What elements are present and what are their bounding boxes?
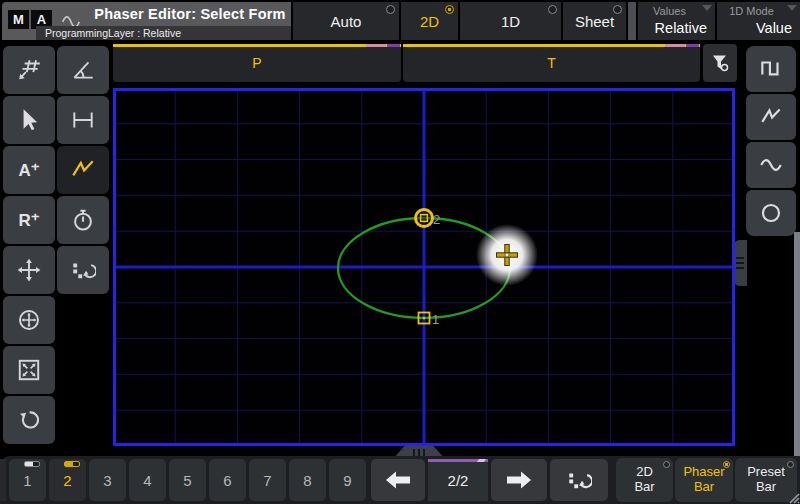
tab-1d-radio bbox=[548, 5, 557, 14]
segment-purple bbox=[387, 44, 400, 47]
circle-form-icon bbox=[757, 200, 785, 226]
absolute-plus-button[interactable]: A⁺ bbox=[3, 146, 55, 194]
attribute-header-t[interactable]: T bbox=[403, 44, 700, 82]
filter-button[interactable] bbox=[703, 44, 737, 82]
zigzag-wave-icon bbox=[757, 104, 785, 130]
pointer-button[interactable] bbox=[3, 96, 55, 144]
right-panel-handle[interactable] bbox=[733, 240, 747, 286]
phaser-bar-indicator bbox=[723, 461, 730, 468]
stopwatch-button[interactable] bbox=[57, 196, 109, 244]
page-button-7[interactable]: 7 bbox=[249, 459, 286, 501]
width-button[interactable] bbox=[57, 96, 109, 144]
grid-arrow-icon bbox=[16, 57, 42, 83]
1d-mode-dropdown[interactable]: 1D Mode Value bbox=[717, 2, 800, 40]
undo-button[interactable] bbox=[3, 396, 55, 444]
page-3-label: 3 bbox=[103, 472, 111, 489]
values-dropdown-label: Values bbox=[638, 5, 701, 17]
pointer-arrow-icon bbox=[16, 107, 42, 133]
grid-arrow-button[interactable] bbox=[3, 46, 55, 94]
page-next-button[interactable] bbox=[491, 459, 547, 501]
2d-bar-indicator bbox=[663, 461, 670, 468]
page-indicator[interactable]: 2/2 bbox=[428, 459, 488, 501]
step-marker-2[interactable]: 2 bbox=[416, 210, 441, 228]
arrow-left-icon bbox=[384, 469, 412, 491]
2d-bar-toggle[interactable]: 2D Bar bbox=[616, 458, 673, 502]
center-target-icon bbox=[16, 307, 42, 333]
preset-bar-indicator bbox=[787, 461, 794, 468]
tab-2d-label: 2D bbox=[420, 13, 439, 30]
page-9-label: 9 bbox=[343, 472, 351, 489]
move-button[interactable] bbox=[3, 246, 55, 294]
phaser-bar-label: Phaser Bar bbox=[683, 465, 724, 495]
segment-pink bbox=[366, 44, 386, 47]
center-target-button[interactable] bbox=[3, 296, 55, 344]
square-wave-icon bbox=[757, 56, 785, 82]
circle-form-button[interactable] bbox=[746, 190, 796, 236]
page-button-8[interactable]: 8 bbox=[289, 459, 326, 501]
preset-bar-label: Preset Bar bbox=[747, 465, 785, 495]
tab-2d[interactable]: 2D bbox=[401, 2, 458, 40]
page-button-3[interactable]: 3 bbox=[89, 459, 126, 501]
move-cross-icon bbox=[16, 257, 42, 283]
arrow-right-icon bbox=[505, 469, 533, 491]
page-6-label: 6 bbox=[223, 472, 231, 489]
phaser-2d-plot[interactable]: 2 1 bbox=[113, 88, 735, 446]
stopwatch-icon bbox=[70, 207, 96, 233]
page-1-label: 1 bbox=[23, 472, 31, 489]
page-button-5[interactable]: 5 bbox=[169, 459, 206, 501]
tab-1d-label: 1D bbox=[501, 13, 520, 30]
page-button-9[interactable]: 9 bbox=[329, 459, 366, 501]
phaser-bar-toggle[interactable]: Phaser Bar bbox=[675, 458, 733, 502]
phaser-2d-canvas[interactable]: 2 1 bbox=[113, 88, 735, 446]
ma-logo-letter-m: M bbox=[8, 10, 29, 29]
zigzag-form-button[interactable] bbox=[57, 146, 109, 194]
window-resize-grip[interactable] bbox=[784, 488, 800, 504]
segment-pink bbox=[665, 44, 685, 47]
tabbar-separator bbox=[628, 2, 636, 40]
attribute-header-t-label: T bbox=[547, 55, 556, 71]
tab-sheet-label: Sheet bbox=[575, 13, 614, 30]
tab-sheet-radio bbox=[613, 5, 622, 14]
steps-rotate-icon bbox=[566, 467, 592, 493]
tab-1d[interactable]: 1D bbox=[460, 2, 561, 40]
page-5-label: 5 bbox=[183, 472, 191, 489]
window-subtitle: ProgrammingLayer : Relative bbox=[36, 26, 291, 40]
page-button-1[interactable]: 1 bbox=[9, 459, 46, 501]
window-titlebar: MA Phaser Editor: Select Form Programmin… bbox=[2, 2, 291, 40]
attribute-header-p-label: P bbox=[252, 55, 261, 71]
1d-mode-dropdown-value: Value bbox=[717, 20, 792, 36]
relative-plus-button[interactable]: R⁺ bbox=[3, 196, 55, 244]
page-1-indicator bbox=[24, 461, 40, 467]
page-4-label: 4 bbox=[143, 472, 151, 489]
angle-button[interactable] bbox=[57, 46, 109, 94]
sine-wave-icon bbox=[757, 152, 785, 178]
tab-auto-radio bbox=[386, 5, 395, 14]
attribute-header-p[interactable]: P bbox=[113, 44, 401, 82]
page-button-2[interactable]: 2 bbox=[49, 459, 86, 501]
page-prev-button[interactable] bbox=[371, 459, 425, 501]
tab-auto[interactable]: Auto bbox=[293, 2, 399, 40]
steps-rotate-button[interactable] bbox=[57, 246, 109, 294]
absolute-plus-label: A⁺ bbox=[18, 160, 39, 181]
chevron-down-icon bbox=[787, 5, 797, 11]
page-button-6[interactable]: 6 bbox=[209, 459, 246, 501]
bottom-bar: 1 2 3 4 5 6 7 8 9 bbox=[0, 456, 800, 504]
tab-2d-radio bbox=[445, 5, 454, 14]
values-dropdown[interactable]: Values Relative bbox=[638, 2, 715, 40]
expand-button[interactable] bbox=[3, 346, 55, 394]
1d-mode-dropdown-label: 1D Mode bbox=[717, 5, 786, 17]
sine-wave-button[interactable] bbox=[746, 142, 796, 188]
chevron-down-icon bbox=[702, 5, 712, 11]
page-2-indicator bbox=[64, 461, 80, 467]
expand-icon bbox=[16, 357, 42, 383]
square-wave-button[interactable] bbox=[746, 46, 796, 92]
zigzag-wave-button[interactable] bbox=[746, 94, 796, 140]
tab-sheet[interactable]: Sheet bbox=[563, 2, 626, 40]
undo-icon bbox=[16, 407, 42, 433]
2d-bar-label: 2D Bar bbox=[634, 465, 654, 495]
window-title: Phaser Editor: Select Form bbox=[90, 6, 290, 22]
steps-sync-button[interactable] bbox=[550, 459, 608, 501]
steps-rotate-icon bbox=[70, 257, 96, 283]
page-8-label: 8 bbox=[303, 472, 311, 489]
page-button-4[interactable]: 4 bbox=[129, 459, 166, 501]
